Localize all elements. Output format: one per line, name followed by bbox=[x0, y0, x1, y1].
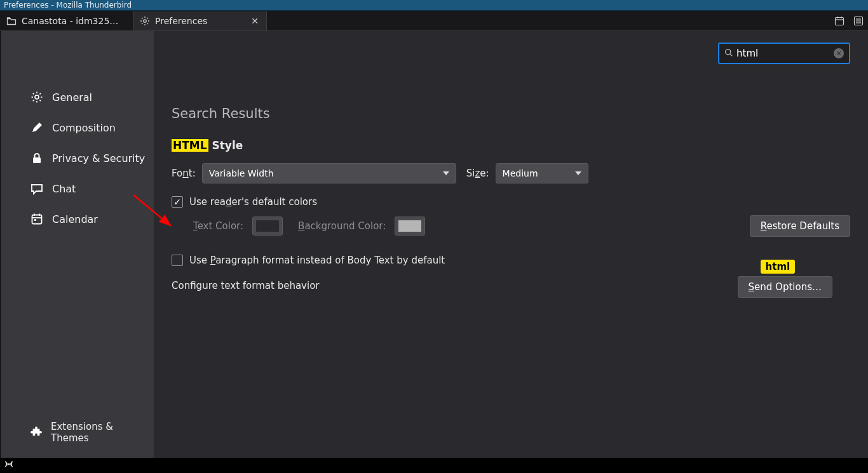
preferences-content: html ✕ Search Results HTML Style Font: V… bbox=[154, 31, 868, 458]
svg-line-6 bbox=[147, 23, 149, 25]
configure-row: Configure text format behavior html Send… bbox=[172, 280, 850, 291]
svg-rect-9 bbox=[836, 18, 844, 25]
svg-rect-26 bbox=[33, 157, 41, 163]
sidebar-item-label: Privacy & Security bbox=[52, 152, 145, 164]
calendar-icon bbox=[31, 213, 43, 225]
clear-search-icon[interactable]: ✕ bbox=[834, 48, 844, 58]
chevron-down-icon bbox=[443, 171, 449, 175]
background-color-swatch[interactable] bbox=[395, 217, 425, 236]
send-options-button[interactable]: Send Options… bbox=[738, 276, 832, 298]
gear-icon bbox=[31, 91, 43, 103]
search-input-value[interactable]: html bbox=[736, 48, 830, 59]
title-rest: Style bbox=[208, 139, 243, 152]
pencil-icon bbox=[31, 121, 43, 134]
paragraph-format-checkbox[interactable] bbox=[172, 255, 183, 266]
network-icon[interactable] bbox=[4, 459, 14, 472]
paragraph-format-label: Use Paragraph format instead of Body Tex… bbox=[189, 255, 445, 266]
sidebar-item-extensions[interactable]: Extensions & Themes bbox=[1, 420, 154, 445]
svg-line-22 bbox=[33, 93, 34, 95]
os-taskbar bbox=[0, 458, 868, 473]
calendar-pane-icon[interactable] bbox=[834, 15, 845, 27]
color-controls: Text Color: Background Color: bbox=[172, 217, 425, 236]
sidebar-item-label: Composition bbox=[52, 122, 116, 134]
configure-label: Configure text format behavior bbox=[172, 280, 320, 291]
sidebar-item-label: General bbox=[52, 91, 92, 103]
svg-line-33 bbox=[730, 54, 732, 56]
sidebar-item-calendar[interactable]: Calendar bbox=[1, 204, 154, 234]
main-area: General Composition Privacy & Security C… bbox=[0, 31, 868, 458]
tab-label: Canastota - idm325@outl bbox=[22, 16, 126, 26]
font-size-row: Font: Variable Width Size: Medium bbox=[172, 163, 850, 183]
readers-colors-label: Use reader's default colors bbox=[189, 196, 317, 208]
paragraph-row: Use Paragraph format instead of Body Tex… bbox=[172, 255, 850, 266]
restore-defaults-button[interactable]: Restore Defaults bbox=[750, 215, 850, 237]
search-icon bbox=[724, 48, 733, 58]
sidebar-item-label: Calendar bbox=[52, 213, 98, 225]
tab-strip: Canastota - idm325@outl Preferences ✕ bbox=[0, 11, 868, 31]
svg-line-7 bbox=[142, 23, 143, 25]
size-select[interactable]: Medium bbox=[496, 163, 588, 183]
font-select-value: Variable Width bbox=[209, 168, 274, 178]
tab-mail[interactable]: Canastota - idm325@outl bbox=[0, 11, 133, 30]
tasks-pane-icon[interactable] bbox=[853, 15, 864, 27]
sidebar-item-chat[interactable]: Chat bbox=[1, 173, 154, 204]
svg-point-0 bbox=[144, 20, 146, 22]
text-color-label: Text Color: bbox=[193, 220, 243, 232]
svg-rect-31 bbox=[34, 219, 36, 221]
tab-label: Preferences bbox=[155, 16, 207, 26]
highlight-html: HTML bbox=[172, 139, 208, 152]
svg-line-23 bbox=[39, 100, 41, 101]
sidebar-item-general[interactable]: General bbox=[1, 82, 154, 112]
close-icon[interactable]: ✕ bbox=[250, 16, 260, 26]
svg-point-35 bbox=[8, 463, 10, 465]
svg-point-17 bbox=[35, 95, 39, 99]
sidebar-item-privacy[interactable]: Privacy & Security bbox=[1, 143, 154, 173]
tabstrip-actions bbox=[834, 11, 864, 31]
lock-icon bbox=[31, 152, 43, 164]
svg-line-24 bbox=[33, 100, 34, 101]
search-hit-balloon: html bbox=[761, 260, 796, 274]
section-title-html-style: HTML Style bbox=[172, 139, 850, 152]
readers-colors-checkbox[interactable] bbox=[172, 196, 183, 208]
window-title: Preferences - Mozilla Thunderbird bbox=[4, 1, 132, 10]
sidebar-item-label: Chat bbox=[52, 183, 76, 195]
svg-rect-27 bbox=[32, 215, 42, 224]
window-title-bar: Preferences - Mozilla Thunderbird bbox=[0, 0, 868, 11]
chat-icon bbox=[31, 182, 43, 195]
size-label: Size: bbox=[466, 168, 489, 179]
puzzle-icon bbox=[31, 425, 42, 439]
sidebar-item-composition[interactable]: Composition bbox=[1, 112, 154, 143]
color-restore-row: Text Color: Background Color: Restore De… bbox=[172, 217, 850, 236]
svg-line-25 bbox=[39, 93, 41, 95]
size-select-value: Medium bbox=[503, 168, 538, 178]
tab-preferences[interactable]: Preferences ✕ bbox=[133, 11, 267, 30]
svg-point-32 bbox=[726, 50, 731, 55]
font-select[interactable]: Variable Width bbox=[202, 163, 456, 183]
text-color-swatch[interactable] bbox=[252, 217, 283, 236]
readers-colors-row: Use reader's default colors bbox=[172, 196, 850, 208]
folder-icon bbox=[6, 16, 17, 26]
svg-line-5 bbox=[142, 18, 143, 19]
search-results-heading: Search Results bbox=[172, 106, 850, 121]
preferences-sidebar: General Composition Privacy & Security C… bbox=[1, 31, 154, 458]
sidebar-item-label: Extensions & Themes bbox=[51, 421, 154, 444]
preferences-search[interactable]: html ✕ bbox=[718, 43, 850, 64]
gear-icon bbox=[140, 16, 150, 26]
font-label: Font: bbox=[172, 168, 196, 179]
svg-line-8 bbox=[147, 18, 149, 19]
background-color-label: Background Color: bbox=[298, 220, 386, 232]
chevron-down-icon bbox=[575, 171, 581, 175]
